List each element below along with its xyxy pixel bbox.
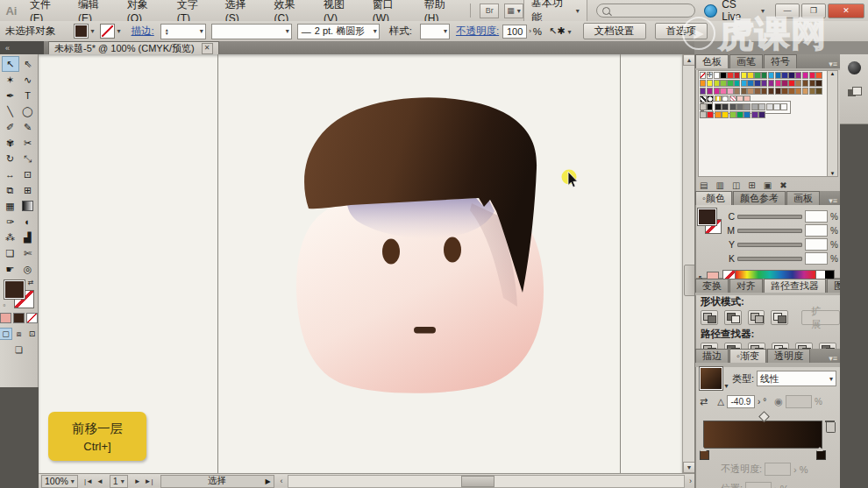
swatch-color[interactable] xyxy=(700,88,706,95)
swatch-color[interactable] xyxy=(775,80,781,87)
stroke-profile-combo[interactable]: —2 pt. 椭圆形▾ xyxy=(297,24,380,39)
tab-颜色[interactable]: ◦颜色 xyxy=(695,191,732,205)
stroke-panel-link[interactable]: 描边: xyxy=(132,25,154,38)
zoom-level-combo[interactable]: 100%▾ xyxy=(41,475,78,488)
eyedropper-tool[interactable]: ✑ xyxy=(2,214,19,230)
close-tab-icon[interactable]: ✕ xyxy=(202,43,213,54)
search-input[interactable] xyxy=(596,4,696,18)
swatch-color[interactable] xyxy=(736,111,743,118)
tab-色板[interactable]: 色板 xyxy=(695,54,729,68)
swatch-pattern[interactable] xyxy=(722,95,729,103)
swatch-color[interactable] xyxy=(775,72,781,79)
canvas[interactable]: 前移一层 Ctrl+] xyxy=(39,54,682,473)
rotate-tool[interactable]: ↻ xyxy=(2,151,19,166)
next-artboard-icon[interactable]: ► xyxy=(134,477,141,485)
delete-swatch-button[interactable]: ✖ xyxy=(779,180,786,190)
gradient-thumbnail[interactable] xyxy=(700,367,722,390)
blend-tool[interactable]: ◐ xyxy=(19,214,37,230)
color-group-folder-icon[interactable] xyxy=(700,111,707,118)
draw-inside-mode[interactable]: ⊡ xyxy=(25,328,39,340)
restore-button[interactable]: ❐ xyxy=(801,4,826,18)
scroll-right-icon[interactable]: › xyxy=(687,477,694,485)
artboard-number-combo[interactable]: 1▾ xyxy=(110,475,128,488)
slice-tool[interactable]: ✄ xyxy=(19,245,37,261)
swatch-color[interactable] xyxy=(747,72,753,79)
magic-wand-tool[interactable]: ✶ xyxy=(2,72,19,88)
panel-menu-icon[interactable]: ▾≡ xyxy=(829,196,841,205)
tab-变换[interactable]: 变换 xyxy=(695,279,729,293)
swatch-color[interactable] xyxy=(741,80,747,87)
swatch-color[interactable] xyxy=(743,103,751,110)
pen-tool[interactable]: ✒ xyxy=(2,88,19,103)
free-transform-tool[interactable]: ⊡ xyxy=(19,166,37,182)
document-setup-button[interactable]: 文档设置 xyxy=(583,23,646,39)
swatch-color[interactable] xyxy=(766,103,773,110)
swatch-color[interactable] xyxy=(775,88,781,95)
column-graph-tool[interactable]: ▟ xyxy=(19,230,37,245)
swatch-color[interactable] xyxy=(734,80,740,87)
swatch-pattern[interactable] xyxy=(715,95,722,103)
swatch-color[interactable] xyxy=(707,103,714,110)
swatch-color[interactable] xyxy=(761,72,767,79)
swatch-color[interactable] xyxy=(743,95,751,103)
swatch-libraries-button[interactable]: ▤ xyxy=(700,180,708,190)
fill-color-swatch[interactable] xyxy=(74,24,89,39)
swatch-pattern[interactable] xyxy=(700,95,707,103)
color-group-folder-icon[interactable] xyxy=(700,103,707,110)
swatch-color[interactable] xyxy=(809,88,815,95)
swatch-color[interactable] xyxy=(795,88,801,95)
opacity-link[interactable]: 不透明度: xyxy=(456,25,499,38)
exclude-button[interactable] xyxy=(771,310,788,325)
menu-视图V[interactable]: 视图(V) xyxy=(317,0,366,21)
panel-icon-sphere[interactable] xyxy=(848,61,861,74)
swatch-color[interactable] xyxy=(707,88,713,95)
gradient-stop-left[interactable] xyxy=(700,450,709,460)
scale-tool[interactable]: ⤡ xyxy=(19,151,37,166)
swatch-color[interactable] xyxy=(809,80,815,87)
swatch-color[interactable] xyxy=(714,88,720,95)
draw-behind-mode[interactable]: ⧈ xyxy=(12,328,25,340)
stroke-weight-combo[interactable]: ▲▼▾ xyxy=(160,24,206,39)
swatch-color[interactable] xyxy=(773,103,780,110)
swatch-color[interactable] xyxy=(754,88,760,95)
swatch-color[interactable] xyxy=(768,72,774,79)
minus-front-button[interactable] xyxy=(724,310,742,325)
swatch-color[interactable] xyxy=(734,72,740,79)
minimize-button[interactable]: — xyxy=(775,4,800,18)
perspective-grid-tool[interactable]: ⊞ xyxy=(19,182,37,198)
swatch-color[interactable] xyxy=(815,88,822,95)
swatch-color[interactable] xyxy=(729,103,736,110)
swatches-scrollbar[interactable]: ▲ ▼ xyxy=(827,71,837,176)
ellipse-tool[interactable]: ◯ xyxy=(19,103,37,119)
tab-overflow-button[interactable]: « xyxy=(0,41,44,54)
arrange-documents-icon[interactable]: ▦▾ xyxy=(504,4,523,18)
angle-input[interactable]: -40.9 xyxy=(727,395,755,408)
symbol-sprayer-tool[interactable]: ⁂ xyxy=(2,230,19,245)
swatch-color[interactable] xyxy=(727,80,733,87)
direct-selection-tool[interactable]: ⇖ xyxy=(19,56,37,72)
color-group-button[interactable]: ▥ xyxy=(715,180,723,190)
swatch-color[interactable] xyxy=(700,80,706,87)
draw-normal-mode[interactable]: ▢ xyxy=(0,328,12,340)
menu-效果C[interactable]: 效果(C) xyxy=(267,0,317,21)
swatch-color[interactable] xyxy=(722,111,729,118)
swatch-color[interactable] xyxy=(754,80,760,87)
swatch-color[interactable] xyxy=(802,72,808,79)
menu-文字T[interactable]: 文字(T) xyxy=(170,0,218,21)
isolate-object-icon[interactable]: ↖✱▾ xyxy=(549,25,571,37)
zoom-tool[interactable]: ◎ xyxy=(19,261,37,277)
scroll-up-icon[interactable]: ▲ xyxy=(683,54,695,66)
stroke-color-swatch[interactable] xyxy=(100,24,115,39)
swatch-color[interactable] xyxy=(768,88,774,95)
swatch-registration[interactable] xyxy=(707,72,713,79)
swatch-pattern[interactable] xyxy=(729,95,736,103)
swatch-color[interactable] xyxy=(758,103,765,110)
artboard-tool[interactable]: ❏ xyxy=(2,245,19,261)
swatch-color[interactable] xyxy=(720,80,726,87)
scroll-left-icon[interactable]: ‹ xyxy=(278,477,286,485)
new-swatch-button[interactable]: ▣ xyxy=(764,180,772,190)
type-tool[interactable]: T xyxy=(19,88,37,103)
swatch-pattern[interactable] xyxy=(707,95,714,103)
panel-menu-icon[interactable]: ▾≡ xyxy=(829,354,841,363)
swatch-color[interactable] xyxy=(802,88,808,95)
